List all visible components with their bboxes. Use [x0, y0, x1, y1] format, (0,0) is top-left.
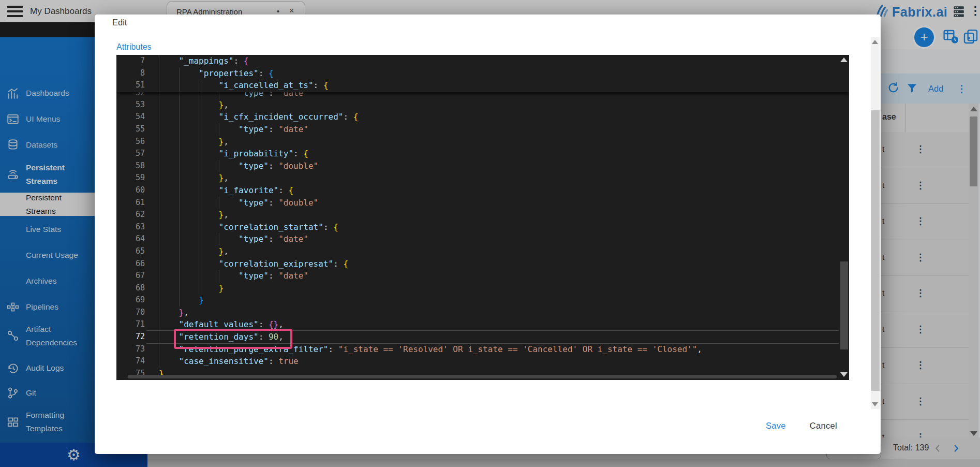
code-token: : [314, 79, 323, 92]
editor-scroll-down-icon[interactable] [840, 372, 848, 377]
code-token: , [224, 172, 229, 184]
code-token: : [333, 258, 343, 270]
indent-guides [159, 294, 199, 307]
code-token: "type" [239, 92, 269, 99]
code-token: , [224, 245, 229, 258]
indent-guides [159, 282, 219, 295]
code-token: : [343, 111, 353, 123]
code-token: "date" [278, 233, 308, 245]
line-number: 61 [116, 197, 145, 209]
dialog-scroll-down-icon[interactable] [872, 402, 878, 406]
code-line-59: 59}, [116, 172, 849, 184]
editor-scrollbar-thumb[interactable] [840, 261, 848, 349]
line-number: 70 [116, 307, 145, 319]
code-token: { [333, 221, 338, 233]
code-token: : [259, 318, 269, 331]
editor-scroll-up-icon[interactable] [840, 57, 848, 62]
code-token: "case_insensitive" [179, 355, 269, 368]
indent-guides [159, 209, 219, 221]
indent-guides [159, 331, 179, 343]
code-token: "i_cfx_incident_occurred" [219, 111, 344, 123]
code-line-55: 55"type": "date" [116, 123, 849, 136]
code-token: : [323, 221, 333, 233]
code-line-73: 73"retention_purge_extra_filter": "i_sta… [116, 343, 849, 356]
line-number: 67 [116, 270, 145, 282]
line-number: 68 [116, 282, 145, 295]
indent-guides [159, 99, 219, 111]
cancel-button[interactable]: Cancel [810, 421, 837, 431]
code-token: , [278, 331, 284, 343]
indent-guides [159, 160, 239, 172]
indent-guides [159, 172, 219, 184]
line-number: 7 [116, 55, 145, 67]
code-token: "i_favorite" [219, 184, 279, 197]
line-number: 60 [116, 184, 145, 197]
indent-guides [159, 55, 179, 67]
code-token: { [288, 184, 293, 197]
line-number: 56 [116, 136, 145, 148]
indent-guides [159, 270, 239, 282]
code-token: "i_probability" [219, 148, 294, 160]
code-token: { [244, 55, 249, 67]
line-number: 72 [116, 331, 145, 343]
code-token: { [269, 67, 274, 80]
code-token: , [184, 307, 189, 319]
indent-guides [159, 197, 239, 209]
code-token: { [323, 79, 329, 92]
indent-guides [159, 343, 179, 356]
code-token: "type" [239, 270, 269, 282]
code-token: : [269, 197, 278, 209]
code-token: } [199, 294, 204, 307]
code-line-70: 70}, [116, 307, 849, 319]
code-line-60: 60"i_favorite": { [116, 184, 849, 197]
indent-guides [159, 79, 219, 92]
code-token: : [259, 331, 269, 343]
line-number: 58 [116, 160, 145, 172]
code-line-64: 64"type": "date" [116, 233, 849, 245]
code-token: : [269, 355, 278, 368]
code-token: "_mappings" [179, 55, 234, 67]
code-line-7: 7"_mappings": { [116, 55, 849, 67]
code-token: "correlation_startat" [219, 221, 323, 233]
line-number: 74 [116, 355, 145, 368]
code-token: } [219, 209, 224, 221]
editor-horizontal-scrollbar[interactable] [128, 375, 837, 378]
line-number: 66 [116, 258, 145, 270]
line-number: 59 [116, 172, 145, 184]
editor-vertical-scrollbar[interactable] [839, 55, 849, 380]
code-token: , [224, 99, 229, 111]
code-token: "i_cancelled_at_ts" [219, 79, 314, 92]
code-token: } [219, 136, 224, 148]
code-line-63: 63"correlation_startat": { [116, 221, 849, 233]
indent-guides [159, 355, 179, 368]
dialog-scrollbar-thumb[interactable] [871, 110, 880, 391]
code-token: { [303, 148, 308, 160]
code-token: "retention_purge_extra_filter" [179, 343, 329, 356]
line-number: 55 [116, 123, 145, 136]
dialog-title: Edit [112, 18, 127, 27]
code-token: "i_state == 'Resolved' OR i_state == 'Ca… [338, 343, 697, 356]
code-line-69: 69} [116, 294, 849, 307]
clipped-code-line: 52"type": "date" [116, 92, 849, 99]
code-token: : [278, 184, 288, 197]
json-code-editor[interactable]: 7"_mappings": {8"properties": {51"i_canc… [116, 55, 849, 380]
code-token: , [224, 136, 229, 148]
code-lines: 53},54"i_cfx_incident_occurred": {55"typ… [116, 99, 849, 380]
save-button[interactable]: Save [766, 421, 786, 431]
dialog-scrollbar[interactable] [871, 37, 880, 409]
code-token: "double" [278, 160, 318, 172]
code-token: } [219, 99, 224, 111]
code-token: } [219, 282, 224, 295]
indent-guides [159, 221, 219, 233]
line-number: 71 [116, 318, 145, 331]
code-token: "default_values" [179, 318, 259, 331]
dialog-scroll-up-icon[interactable] [872, 40, 878, 44]
line-number: 64 [116, 233, 145, 245]
code-token: { [353, 111, 359, 123]
code-token: , [224, 209, 229, 221]
code-line-66: 66"correlation_exipresat": { [116, 258, 849, 270]
code-token: , [697, 343, 702, 356]
attributes-tab[interactable]: Attributes [116, 42, 152, 52]
code-token: : [269, 92, 278, 99]
indent-guides [159, 92, 239, 99]
